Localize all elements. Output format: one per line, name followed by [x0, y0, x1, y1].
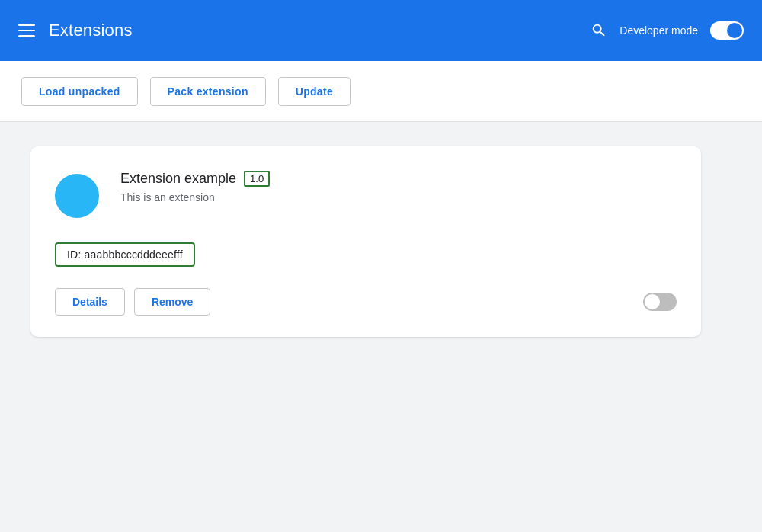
- extension-version-badge: 1.0: [244, 171, 270, 187]
- extension-id-row: ID: aaabbbcccdddeeefff: [55, 242, 677, 267]
- header-left: Extensions: [18, 21, 133, 40]
- developer-mode-label: Developer mode: [620, 24, 698, 37]
- extension-description: This is an extension: [120, 191, 677, 204]
- extension-icon: [55, 174, 99, 218]
- card-bottom: Details Remove: [55, 288, 677, 316]
- details-button[interactable]: Details: [55, 288, 125, 316]
- header-right: Developer mode: [591, 21, 744, 40]
- main-content: Extension example 1.0 This is an extensi…: [0, 122, 762, 532]
- card-actions: Details Remove: [55, 288, 210, 316]
- developer-mode-toggle[interactable]: [710, 21, 744, 40]
- page-title: Extensions: [49, 21, 133, 40]
- load-unpacked-button[interactable]: Load unpacked: [21, 77, 138, 106]
- extension-enable-toggle[interactable]: [643, 293, 677, 311]
- card-top: Extension example 1.0 This is an extensi…: [55, 171, 677, 218]
- extension-info: Extension example 1.0 This is an extensi…: [120, 171, 677, 204]
- menu-icon[interactable]: [18, 24, 35, 37]
- remove-button[interactable]: Remove: [134, 288, 210, 316]
- extension-name: Extension example: [120, 171, 236, 187]
- extension-card: Extension example 1.0 This is an extensi…: [30, 146, 701, 337]
- extension-name-row: Extension example 1.0: [120, 171, 677, 187]
- toggle-knob: [727, 23, 742, 38]
- update-button[interactable]: Update: [278, 77, 351, 106]
- extension-toggle-knob: [645, 294, 660, 309]
- header: Extensions Developer mode: [0, 0, 762, 61]
- pack-extension-button[interactable]: Pack extension: [150, 77, 266, 106]
- toolbar: Load unpacked Pack extension Update: [0, 61, 762, 122]
- search-icon[interactable]: [591, 22, 607, 39]
- extension-id-badge: ID: aaabbbcccdddeeefff: [55, 242, 195, 267]
